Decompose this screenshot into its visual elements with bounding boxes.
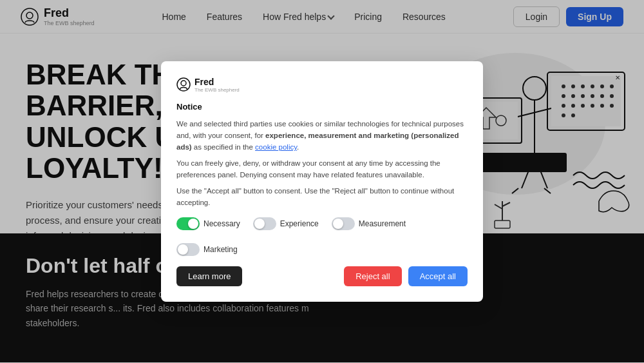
toggle-necessary-knob: [188, 219, 198, 229]
cookie-logo-icon: [176, 77, 191, 92]
toggle-necessary-switch[interactable]: [176, 217, 200, 230]
toggle-marketing-switch[interactable]: [176, 243, 200, 256]
toggle-marketing-knob: [178, 244, 188, 255]
toggle-experience-switch[interactable]: [253, 217, 276, 230]
cookie-notice-title: Notice: [176, 102, 468, 112]
toggle-measurement-knob: [333, 219, 343, 229]
cookie-text-2: You can freely give, deny, or withdraw y…: [176, 157, 468, 181]
cookie-overlay: Fred The EWB shepherd Notice We and sele…: [0, 0, 644, 363]
cookie-text-3: Use the "Accept all" button to consent. …: [176, 185, 468, 209]
toggle-measurement: Measurement: [332, 217, 406, 230]
toggle-necessary-label: Necessary: [204, 219, 240, 228]
cookie-modal-logo: Fred The EWB shepherd: [176, 77, 468, 93]
cookie-policy-link[interactable]: cookie policy: [255, 143, 297, 151]
accept-all-button[interactable]: Accept all: [408, 266, 468, 286]
toggle-necessary: Necessary: [176, 217, 240, 230]
toggle-experience-label: Experience: [280, 219, 319, 228]
svg-point-43: [181, 81, 186, 86]
cookie-logo-text: Fred The EWB shepherd: [194, 77, 240, 93]
cookie-decision-buttons: Reject all Accept all: [344, 266, 468, 286]
reject-all-button[interactable]: Reject all: [344, 266, 401, 286]
toggle-marketing-label: Marketing: [204, 245, 238, 254]
cookie-toggles: Necessary Experience Measurement Marketi…: [176, 217, 468, 256]
learn-more-button[interactable]: Learn more: [176, 266, 242, 286]
toggle-measurement-label: Measurement: [359, 219, 406, 228]
cookie-modal: Fred The EWB shepherd Notice We and sele…: [161, 61, 483, 302]
toggle-experience-knob: [254, 219, 265, 229]
toggle-marketing: Marketing: [176, 243, 238, 256]
toggle-measurement-switch[interactable]: [332, 217, 355, 230]
cookie-actions: Learn more Reject all Accept all: [176, 266, 468, 286]
svg-point-42: [177, 78, 190, 91]
cookie-text-1: We and selected third parties use cookie…: [176, 118, 468, 153]
toggle-experience: Experience: [253, 217, 319, 230]
